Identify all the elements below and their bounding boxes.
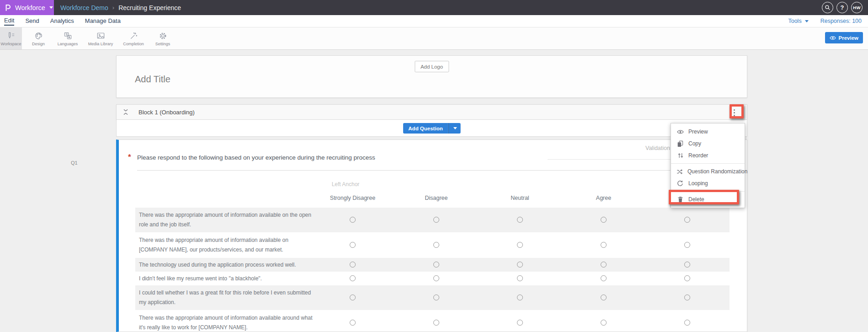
column-header[interactable]: Strongly Disagree — [311, 195, 394, 201]
radio-button[interactable] — [601, 242, 607, 248]
add-title-placeholder[interactable]: Add Title — [135, 74, 170, 85]
statement-label[interactable]: I didn't feel like my resume went into "… — [135, 272, 319, 285]
column-header[interactable]: Disagree — [394, 195, 478, 201]
statement-label[interactable]: There was the appropriate amount of info… — [135, 208, 319, 232]
add-question-label: Add Question — [403, 123, 448, 134]
menu-item-delete[interactable]: Delete — [671, 193, 745, 205]
required-asterisk: * — [128, 153, 131, 162]
chevron-down-icon — [453, 127, 457, 129]
statement-label[interactable]: I could tell whether I was a great fit f… — [135, 285, 319, 310]
help-icon: ? — [841, 4, 844, 11]
search-button[interactable] — [822, 2, 833, 13]
toolbar-item-workspace[interactable]: Workspace — [0, 27, 22, 49]
survey-title-panel: Add Logo Add Title — [116, 55, 747, 98]
tab-analytics[interactable]: Analytics — [50, 17, 74, 25]
radio-button[interactable] — [350, 242, 356, 248]
radio-button[interactable] — [433, 275, 439, 281]
radio-button[interactable] — [433, 217, 439, 223]
radio-button[interactable] — [601, 262, 607, 268]
column-header[interactable]: Neutral — [478, 195, 562, 201]
radio-button[interactable] — [350, 275, 356, 281]
editor-toolbar: Workspace Design Languages Media Library… — [0, 27, 868, 50]
nav-right: Tools Responses: 100 — [788, 18, 868, 24]
chevron-down-icon — [805, 20, 809, 22]
add-question-dropdown[interactable] — [448, 123, 461, 134]
radio-button[interactable] — [684, 320, 690, 326]
menu-item-reorder[interactable]: Reorder — [671, 150, 745, 161]
breadcrumb: Workforce Demo › Recruiting Experience — [60, 4, 181, 11]
radio-button[interactable] — [517, 217, 523, 223]
product-switcher[interactable]: Workforce — [0, 0, 54, 15]
radio-button[interactable] — [350, 217, 356, 223]
radio-button[interactable] — [350, 262, 356, 268]
add-question-strip: Add Question — [116, 120, 747, 137]
radio-button[interactable] — [684, 242, 690, 248]
toolbar-item-completion[interactable]: Completion — [121, 27, 146, 49]
eye-icon — [830, 36, 836, 40]
tools-dropdown[interactable]: Tools — [788, 18, 808, 24]
menu-item-question-randomization[interactable]: Question Randomization — [671, 166, 745, 177]
left-anchor-placeholder[interactable]: Left Anchor — [304, 181, 387, 187]
column-header[interactable]: Agree — [562, 195, 645, 201]
toolbar-item-label: Settings — [155, 42, 170, 46]
matrix-row: There was the appropriate amount of info… — [135, 232, 730, 258]
statement-label[interactable]: There was the appropriate amount of info… — [135, 232, 319, 258]
breadcrumb-current: Recruiting Experience — [118, 4, 181, 11]
radio-button[interactable] — [350, 320, 356, 326]
preview-button[interactable]: Preview — [825, 32, 863, 43]
block-options-kebab-icon[interactable] — [730, 108, 739, 117]
tab-edit[interactable]: Edit — [4, 17, 14, 26]
collapse-block-icon[interactable] — [122, 108, 129, 116]
preview-label: Preview — [839, 35, 858, 41]
radio-button[interactable] — [433, 295, 439, 300]
matrix-row: I could tell whether I was a great fit f… — [135, 285, 730, 310]
menu-item-looping[interactable]: Looping — [671, 177, 745, 189]
toolbar-item-media-library[interactable]: Media Library — [84, 27, 117, 49]
radio-button[interactable] — [433, 262, 439, 268]
radio-button[interactable] — [601, 217, 607, 223]
menu-separator — [671, 191, 745, 192]
radio-button[interactable] — [684, 217, 690, 223]
question-panel[interactable]: Validation * Please respond to the follo… — [116, 139, 747, 332]
menu-item-label: Copy — [688, 140, 701, 147]
avatar[interactable]: HW — [851, 2, 863, 13]
radio-button[interactable] — [517, 320, 523, 326]
radio-button[interactable] — [517, 242, 523, 248]
toolbar-item-label: Media Library — [88, 42, 113, 46]
menu-item-label: Looping — [688, 180, 708, 187]
block-header: Block 1 (Onboarding) — [116, 104, 747, 120]
statement-label[interactable]: The technology used during the applicati… — [135, 258, 319, 272]
toolbar-item-design[interactable]: Design — [26, 27, 51, 49]
radio-button[interactable] — [601, 295, 607, 300]
block-title[interactable]: Block 1 (Onboarding) — [138, 109, 195, 116]
radio-button[interactable] — [433, 242, 439, 248]
toolbar-item-languages[interactable]: Languages — [55, 27, 80, 49]
radio-button[interactable] — [684, 295, 690, 300]
radio-button[interactable] — [350, 295, 356, 300]
tab-manage-data[interactable]: Manage Data — [85, 17, 121, 25]
add-logo-button[interactable]: Add Logo — [415, 61, 449, 72]
radio-button[interactable] — [517, 275, 523, 281]
reorder-icon — [676, 152, 684, 159]
tab-send[interactable]: Send — [25, 17, 39, 25]
help-button[interactable]: ? — [836, 2, 848, 13]
add-question-button[interactable]: Add Question — [403, 123, 460, 134]
menu-item-copy[interactable]: Copy — [671, 138, 745, 150]
shuffle-icon — [676, 169, 683, 175]
radio-button[interactable] — [517, 295, 523, 300]
workspace-icon — [6, 31, 16, 41]
radio-button[interactable] — [684, 262, 690, 268]
radio-button[interactable] — [517, 262, 523, 268]
statement-label[interactable]: There was the appropriate amount of info… — [135, 310, 319, 332]
responses-count[interactable]: Responses: 100 — [820, 18, 862, 24]
chevron-down-icon — [49, 6, 53, 9]
toolbar-item-settings[interactable]: Settings — [150, 27, 176, 49]
question-text[interactable]: Please respond to the following based on… — [137, 154, 375, 161]
radio-button[interactable] — [601, 275, 607, 281]
menu-item-preview[interactable]: Preview — [671, 126, 745, 138]
radio-button[interactable] — [433, 320, 439, 326]
breadcrumb-parent[interactable]: Workforce Demo — [60, 4, 108, 11]
radio-button[interactable] — [684, 275, 690, 281]
radio-button[interactable] — [601, 320, 607, 326]
toolbar-item-label: Workspace — [1, 42, 21, 46]
